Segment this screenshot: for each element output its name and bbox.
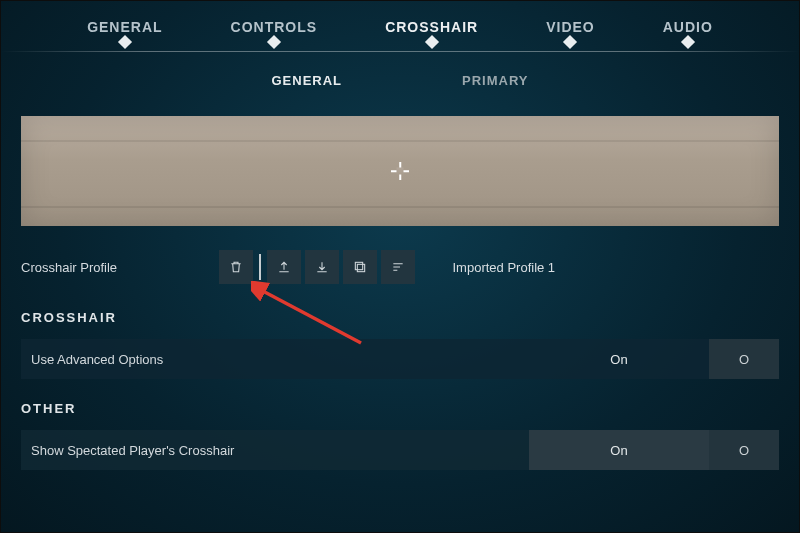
svg-rect-1 [355,262,362,269]
tab-label: AUDIO [663,19,713,35]
profile-icon-bar [219,246,419,288]
edit-profile-button[interactable] [381,250,415,284]
toggle-off-button[interactable]: O [709,430,779,470]
setting-spectated-crosshair: Show Spectated Player's Crosshair On O [21,430,779,470]
tab-audio[interactable]: AUDIO [663,19,713,41]
toggle-on-button[interactable]: On [529,339,709,379]
delete-profile-button[interactable] [219,250,253,284]
tab-controls[interactable]: CONTROLS [231,19,318,41]
crosshair-profile-row: Crosshair Profile Imported Profile 1 [21,246,779,288]
setting-advanced-options: Use Advanced Options On O [21,339,779,379]
setting-label: Use Advanced Options [31,352,551,367]
toggle-on-button[interactable]: On [529,430,709,470]
trash-icon [228,259,244,275]
toggle-group: On O [529,430,779,470]
svg-rect-0 [357,264,364,271]
upload-icon [276,259,292,275]
download-icon [314,259,330,275]
edit-lines-icon [390,259,406,275]
sub-tabs: GENERAL PRIMARY [1,51,799,102]
tab-label: CONTROLS [231,19,318,35]
profile-label: Crosshair Profile [21,260,211,275]
diamond-icon [681,35,695,49]
profile-value[interactable]: Imported Profile 1 [453,260,556,275]
diamond-icon [267,35,281,49]
tab-video[interactable]: VIDEO [546,19,595,41]
duplicate-profile-button[interactable] [343,250,377,284]
diamond-icon [425,35,439,49]
diamond-icon [563,35,577,49]
export-profile-button[interactable] [267,250,301,284]
subtab-general[interactable]: GENERAL [271,73,342,88]
diamond-icon [118,35,132,49]
separator [259,254,261,280]
crosshair-preview [21,116,779,226]
tab-label: CROSSHAIR [385,19,478,35]
tab-crosshair[interactable]: CROSSHAIR [385,19,478,41]
crosshair-icon [391,162,409,180]
tab-label: GENERAL [87,19,162,35]
subtab-primary[interactable]: PRIMARY [462,73,528,88]
section-header-crosshair: CROSSHAIR [21,310,779,325]
settings-screen: GENERAL CONTROLS CROSSHAIR VIDEO AUDIO G… [0,0,800,533]
main-tabs: GENERAL CONTROLS CROSSHAIR VIDEO AUDIO [1,1,799,51]
copy-icon [352,259,368,275]
toggle-off-button[interactable]: O [709,339,779,379]
tab-label: VIDEO [546,19,595,35]
section-header-other: OTHER [21,401,779,416]
toggle-group: On O [529,339,779,379]
import-profile-button[interactable] [305,250,339,284]
tab-rail [1,51,799,52]
setting-label: Show Spectated Player's Crosshair [31,443,551,458]
tab-general[interactable]: GENERAL [87,19,162,41]
